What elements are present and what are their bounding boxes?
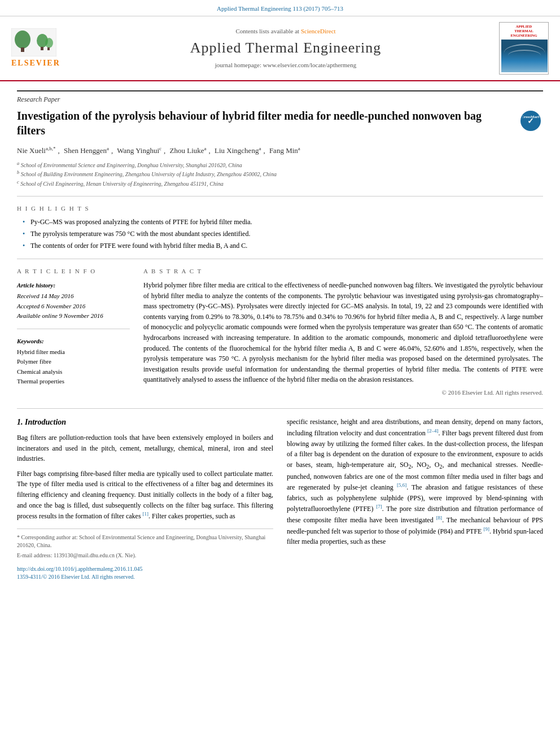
introduction-section: 1. Introduction Bag filters are pollutio… [17,408,543,580]
highlights-section: H I G H L I G H T S Py-GC–MS was propose… [17,204,543,251]
article-info-label: A R T I C L E I N F O [17,267,130,276]
intro-right-col: specific resistance, height and area dis… [287,417,543,580]
intro-left-col: 1. Introduction Bag filters are pollutio… [17,417,273,580]
author-wang: Wang Yinghuic [117,146,161,155]
elsevier-tree-icon [11,28,56,56]
journal-url: journal homepage: www.elsevier.com/locat… [79,61,492,69]
highlight-item-2: The pyrolysis temperature was 750 °C wit… [23,229,543,239]
keyword-1: Hybrid filter media [17,348,130,356]
article-history: Article history: Received 14 May 2016 Ac… [17,281,130,321]
crossmark-svg: ✓ CrossMark [522,112,539,129]
available-date: Available online 9 November 2016 [17,312,130,320]
journal-title: Applied Thermal Engineering [79,38,492,58]
elsevier-text-label: ELSEVIER [11,58,60,69]
author-shen: Shen Henggena [64,146,109,155]
affiliation-a: a School of Environmental Science and En… [17,160,543,169]
svg-text:CrossMark: CrossMark [522,115,539,119]
author-zhou: Zhou Liukea [170,146,207,155]
divider-keywords [17,329,130,329]
copyright-text: © 2016 Elsevier Ltd. All rights reserved… [143,388,543,397]
intro-right-para-1: specific resistance, height and area dis… [287,417,543,547]
article-info-abstract: A R T I C L E I N F O Article history: R… [17,267,543,397]
abstract-label: A B S T R A C T [143,267,543,276]
keywords-label: Keywords: [17,337,130,346]
svg-rect-2 [21,47,24,52]
sciencedirect-link: Contents lists available at ScienceDirec… [79,27,492,36]
abstract-text: Hybrid polymer fibre filter media are cr… [143,280,543,385]
crossmark-circle: ✓ CrossMark [520,111,541,131]
divider-2 [17,259,543,259]
corresponding-note: * Corresponding author at: School of Env… [17,534,273,549]
paper-title: Investigation of the pyrolysis behaviour… [17,108,509,138]
footnotes: * Corresponding author at: School of Env… [17,528,273,560]
intro-section-title: 1. Introduction [17,417,273,428]
sciencedirect-anchor[interactable]: ScienceDirect [301,28,336,34]
keyword-3: Chemical analysis [17,368,130,376]
affiliation-b: b School of Building Environment Enginee… [17,169,543,178]
journal-box-area: APPLIEDTHERMALENGINEERING [492,22,549,74]
applied-thermal-box: APPLIEDTHERMALENGINEERING [499,22,549,74]
author-nie: Nie Xuelia,b,* [17,146,55,155]
highlight-item-3: The contents of order for PTFE were foun… [23,241,543,251]
history-label: Article history: [17,281,130,290]
accepted-date: Accepted 6 November 2016 [17,302,130,311]
abstract-col: A B S T R A C T Hybrid polymer fibre fil… [143,267,543,397]
paper-title-row: Investigation of the pyrolysis behaviour… [17,108,543,138]
affiliations: a School of Environmental Science and En… [17,160,543,188]
main-content: Research Paper Investigation of the pyro… [0,81,560,590]
intro-two-col: 1. Introduction Bag filters are pollutio… [17,417,543,580]
svg-point-1 [15,30,30,49]
affiliation-c: c School of Civil Engineering, Henan Uni… [17,179,543,188]
highlight-item-1: Py-GC–MS was proposed analyzing the cont… [23,217,543,227]
svg-rect-4 [41,47,43,50]
keyword-4: Thermal properties [17,377,130,386]
svg-point-5 [45,38,53,48]
intro-para-2: Filter bags comprising fibre-based filte… [17,469,273,522]
elsevier-logo: ELSEVIER [11,28,79,69]
intro-left-text: Bag filters are pollution-reduction tool… [17,433,273,522]
email-note: E-mail address: 1139130@mail.dhu.edu.cn … [17,552,273,560]
journal-center-header: Contents lists available at ScienceDirec… [79,27,492,69]
keyword-2: Polymer fibre [17,357,130,366]
authors-line: Nie Xuelia,b,*, Shen Henggena, Wang Ying… [17,145,543,156]
applied-thermal-box-graphic [501,40,548,72]
author-fang: Fang Mina [269,146,300,155]
elsevier-logo-area: ELSEVIER [11,28,79,69]
article-info-col: A R T I C L E I N F O Article history: R… [17,267,130,397]
journal-header: ELSEVIER Contents lists available at Sci… [0,16,560,81]
paper-type-label: Research Paper [17,90,543,104]
received-date: Received 14 May 2016 [17,292,130,300]
intro-right-text: specific resistance, height and area dis… [287,417,543,547]
highlights-label: H I G H L I G H T S [17,204,543,213]
top-citation-bar: Applied Thermal Engineering 113 (2017) 7… [0,0,560,16]
doi-links: http://dx.doi.org/10.1016/j.applthermale… [17,565,273,581]
intro-para-1: Bag filters are pollution-reduction tool… [17,433,273,464]
doi-link-2: 1359-4311/© 2016 Elsevier Ltd. All right… [17,573,273,581]
divider-1 [17,196,543,196]
doi-link-1[interactable]: http://dx.doi.org/10.1016/j.applthermale… [17,565,273,573]
author-liu: Liu Xingchenga [215,146,261,155]
citation-text: Applied Thermal Engineering 113 (2017) 7… [217,5,343,12]
applied-thermal-box-title: APPLIEDTHERMALENGINEERING [501,24,546,37]
crossmark-icon[interactable]: ✓ CrossMark [520,111,543,133]
highlights-list: Py-GC–MS was proposed analyzing the cont… [17,217,543,250]
svg-rect-6 [47,47,50,50]
